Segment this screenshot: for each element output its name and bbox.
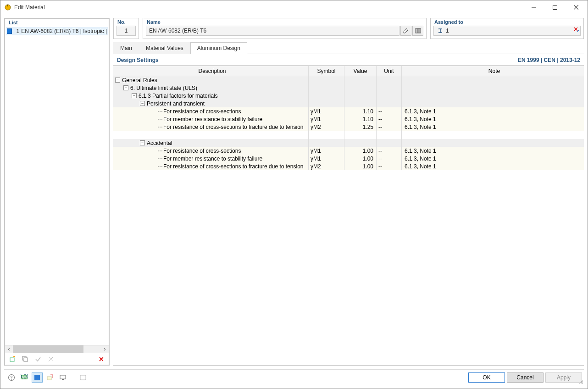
units-button[interactable]: 0,00 xyxy=(19,372,30,383)
collapse-icon[interactable]: − xyxy=(132,93,137,98)
svg-rect-3 xyxy=(553,6,557,10)
ok-button[interactable]: OK xyxy=(468,372,505,383)
table-row[interactable]: ⋯ For member resistance to stability fai… xyxy=(113,115,584,123)
svg-rect-1 xyxy=(7,5,8,6)
collapse-icon[interactable]: − xyxy=(123,85,128,90)
scroll-right-icon[interactable]: › xyxy=(101,345,109,353)
delete-item-button[interactable]: ✕ xyxy=(96,354,107,364)
close-button[interactable] xyxy=(566,0,587,14)
svg-rect-13 xyxy=(419,28,421,33)
edit-name-button[interactable] xyxy=(400,26,411,36)
name-value: EN AW-6082 (ER/B) T6 xyxy=(146,26,399,36)
table-row[interactable]: ⋯ For member resistance to stability fai… xyxy=(113,155,584,162)
header-symbol: Symbol xyxy=(309,66,344,76)
svg-rect-20 xyxy=(34,375,40,380)
material-list[interactable]: 1 EN AW-6082 (ER/B) T6 | Isotropic | Lin… xyxy=(5,26,109,345)
new-item-button[interactable] xyxy=(7,354,18,364)
svg-rect-8 xyxy=(24,358,28,361)
cancel-button[interactable]: Cancel xyxy=(507,372,544,383)
design-grid: Description Symbol Value Unit Note −Gene… xyxy=(113,66,584,366)
assigned-field: Assigned to 1 xyxy=(430,18,584,39)
svg-rect-23 xyxy=(62,379,64,380)
tab-material-values[interactable]: Material Values xyxy=(139,42,190,54)
list-panel: List 1 EN AW-6082 (ER/B) T6 | Isotropic … xyxy=(4,18,110,366)
list-item[interactable]: 1 EN AW-6082 (ER/B) T6 | Isotropic | Lin… xyxy=(6,27,108,35)
material-color-swatch xyxy=(7,28,12,34)
list-legend: List xyxy=(8,20,19,25)
tree-node-accidental[interactable]: −Accidental xyxy=(113,139,584,147)
svg-point-17 xyxy=(11,379,12,380)
library-button[interactable] xyxy=(412,26,423,36)
table-row[interactable]: ⋯ For resistance of cross-sections to fr… xyxy=(113,123,584,131)
name-field: Name EN AW-6082 (ER/B) T6 xyxy=(143,18,427,39)
svg-rect-11 xyxy=(416,28,417,33)
exclude-button xyxy=(45,354,56,364)
tooltip-toggle-button[interactable] xyxy=(44,372,55,383)
display-button[interactable] xyxy=(57,372,68,383)
script-button xyxy=(78,372,89,383)
collapse-icon[interactable]: − xyxy=(140,101,145,106)
header-value: Value xyxy=(344,66,377,76)
header-unit: Unit xyxy=(377,66,402,76)
window-controls xyxy=(523,0,587,14)
tab-aluminum-design[interactable]: Aluminum Design xyxy=(190,42,247,54)
list-toolbar: ✕ xyxy=(5,353,109,365)
svg-rect-21 xyxy=(47,377,51,380)
window-title: Edit Material xyxy=(14,4,523,11)
design-code-label: EN 1999 | CEN | 2013-12 xyxy=(518,57,580,63)
titlebar: Edit Material xyxy=(0,0,588,14)
help-button[interactable] xyxy=(6,372,17,383)
apply-button: Apply xyxy=(545,372,582,383)
no-field: No. 1 xyxy=(113,18,139,39)
collapse-icon[interactable]: − xyxy=(115,78,120,83)
view-mode-button[interactable] xyxy=(32,372,43,383)
header-description: Description xyxy=(113,66,309,76)
clear-assigned-button[interactable] xyxy=(574,27,579,34)
svg-rect-22 xyxy=(60,375,66,379)
footer-toolbar: 0,00 OK Cancel Apply xyxy=(4,369,584,385)
svg-rect-6 xyxy=(10,358,14,361)
list-item-label: EN AW-6082 (ER/B) T6 | Isotropic | Line xyxy=(21,28,108,34)
grid-header-row: Description Symbol Value Unit Note xyxy=(113,66,584,76)
list-item-number: 1 xyxy=(14,28,19,34)
tree-node-general[interactable]: −General Rules xyxy=(113,76,584,84)
minimize-button[interactable] xyxy=(523,0,544,14)
svg-rect-12 xyxy=(417,28,419,33)
list-horizontal-scrollbar[interactable]: ‹ › xyxy=(5,345,109,353)
section-icon xyxy=(437,28,444,34)
detail-panel: No. 1 Name EN AW-6082 (ER/B) T6 Assigned… xyxy=(113,18,584,366)
assigned-input[interactable]: 1 xyxy=(433,26,581,36)
duplicate-item-button[interactable] xyxy=(20,354,31,364)
section-title-text: Design Settings xyxy=(117,57,159,63)
tab-main[interactable]: Main xyxy=(113,42,139,54)
include-button xyxy=(33,354,44,364)
tree-node-persistent[interactable]: −Persistent and transient xyxy=(113,100,584,107)
collapse-icon[interactable]: − xyxy=(140,140,145,145)
table-row[interactable]: ⋯ For resistance of cross-sectionsγM11.0… xyxy=(113,147,584,155)
table-row[interactable]: ⋯ For resistance of cross-sections to fr… xyxy=(113,162,584,170)
grid-spacer xyxy=(113,131,584,139)
tree-node-uls[interactable]: −6. Ultimate limit state (ULS) xyxy=(113,84,584,92)
maximize-button[interactable] xyxy=(544,0,566,14)
resize-grip[interactable] xyxy=(577,378,583,384)
section-header: Design Settings EN 1999 | CEN | 2013-12 xyxy=(113,54,584,66)
app-icon xyxy=(4,4,11,11)
svg-text:0,00: 0,00 xyxy=(21,374,28,380)
tab-bar: Main Material Values Aluminum Design xyxy=(113,42,584,54)
table-row[interactable]: ⋯ For resistance of cross-sectionsγM11.1… xyxy=(113,107,584,115)
scroll-left-icon[interactable]: ‹ xyxy=(5,345,13,353)
no-value: 1 xyxy=(116,26,136,36)
tree-node-partial[interactable]: −6.1.3 Partial factors for materials xyxy=(113,92,584,100)
header-note: Note xyxy=(402,68,584,74)
assigned-value: 1 xyxy=(446,28,449,34)
